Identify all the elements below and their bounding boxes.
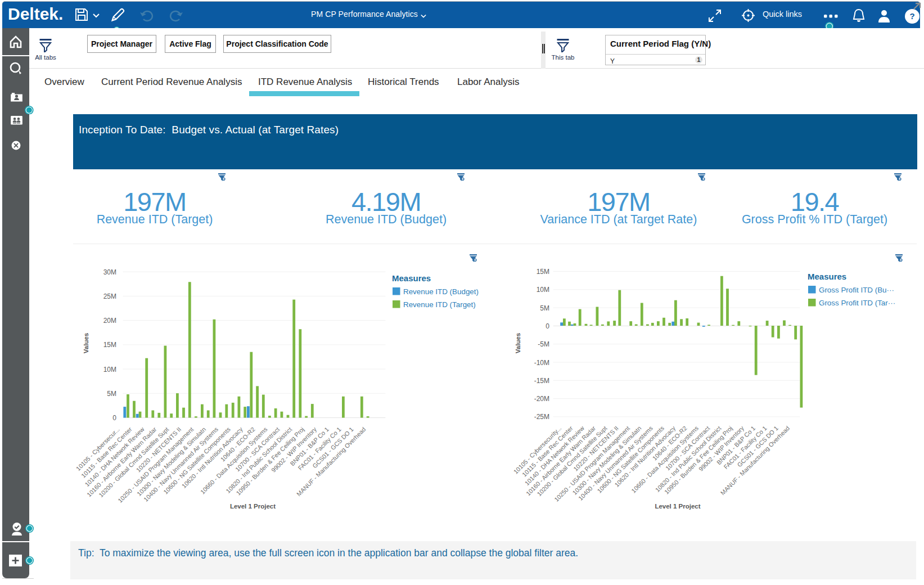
svg-text:-10M: -10M <box>534 359 549 367</box>
svg-text:Revenue ITD (Target): Revenue ITD (Target) <box>403 300 476 309</box>
svg-text:-15M: -15M <box>534 377 549 385</box>
svg-text:-20M: -20M <box>534 395 549 403</box>
svg-text:30M: 30M <box>103 268 116 276</box>
svg-text:10M: 10M <box>537 286 549 294</box>
svg-text:Gross Profit ITD (Bu···: Gross Profit ITD (Bu··· <box>819 286 894 294</box>
svg-text:Measures: Measures <box>808 272 846 281</box>
svg-text:-5M: -5M <box>538 340 549 348</box>
svg-text:10M: 10M <box>103 366 116 374</box>
svg-text:Values: Values <box>83 333 89 353</box>
svg-text:15M: 15M <box>103 341 116 349</box>
svg-text:Level 1 Project: Level 1 Project <box>655 503 700 510</box>
svg-text:Level 1 Project: Level 1 Project <box>230 503 276 510</box>
svg-text:5M: 5M <box>540 304 549 312</box>
svg-text:15M: 15M <box>537 268 549 276</box>
svg-text:0: 0 <box>546 322 549 330</box>
svg-text:Gross Profit ITD (Tar···: Gross Profit ITD (Tar··· <box>819 299 895 307</box>
svg-text:-25M: -25M <box>534 413 549 421</box>
svg-text:25M: 25M <box>103 292 116 300</box>
svg-text:0: 0 <box>112 414 116 422</box>
svg-text:5M: 5M <box>107 390 116 398</box>
svg-text:Measures: Measures <box>392 273 431 283</box>
svg-text:Values: Values <box>515 333 521 353</box>
svg-text:Revenue ITD (Budget): Revenue ITD (Budget) <box>403 287 479 296</box>
svg-text:20M: 20M <box>103 317 116 325</box>
